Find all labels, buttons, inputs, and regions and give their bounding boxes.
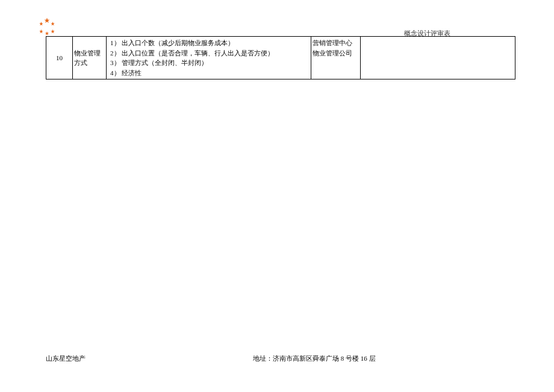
svg-marker-0 (45, 18, 50, 23)
topic-text-line: 物业管理 (74, 48, 104, 58)
table-row: 10 物业管理 方式 1） 出入口个数（减少后期物业服务成本） 2） 出入口位置… (46, 37, 515, 79)
svg-marker-1 (51, 22, 54, 25)
dept-text-line: 物业管理公司 (313, 48, 358, 58)
company-logo-icon (37, 17, 57, 36)
svg-marker-2 (39, 22, 43, 25)
footer-address: 地址：济南市高新区舜泰广场 8 号楼 16 层 (253, 354, 376, 363)
topic-text-line: 方式 (74, 58, 104, 68)
row-content-cell: 1） 出入口个数（减少后期物业服务成本） 2） 出入口位置（是否合理，车辆、行人… (107, 37, 311, 79)
svg-marker-4 (39, 30, 43, 33)
row-department-cell: 营销管理中心 物业管理公司 (311, 37, 361, 79)
dept-text-line: 营销管理中心 (313, 38, 358, 48)
content-list-item: 1） 出入口个数（减少后期物业服务成本） (110, 38, 308, 48)
row-empty-cell (361, 37, 515, 79)
content-list-item: 3） 管理方式（全封闭、半封闭） (110, 58, 308, 68)
row-number-cell: 10 (46, 37, 73, 79)
svg-marker-5 (45, 31, 49, 35)
review-table: 10 物业管理 方式 1） 出入口个数（减少后期物业服务成本） 2） 出入口位置… (46, 36, 515, 79)
content-list-item: 2） 出入口位置（是否合理，车辆、行人出入是否方便） (110, 48, 308, 58)
content-list-item: 4） 经济性 (110, 68, 308, 78)
row-topic-cell: 物业管理 方式 (73, 37, 107, 79)
footer-company-name: 山东星空地产 (46, 354, 86, 363)
svg-marker-3 (51, 30, 54, 33)
